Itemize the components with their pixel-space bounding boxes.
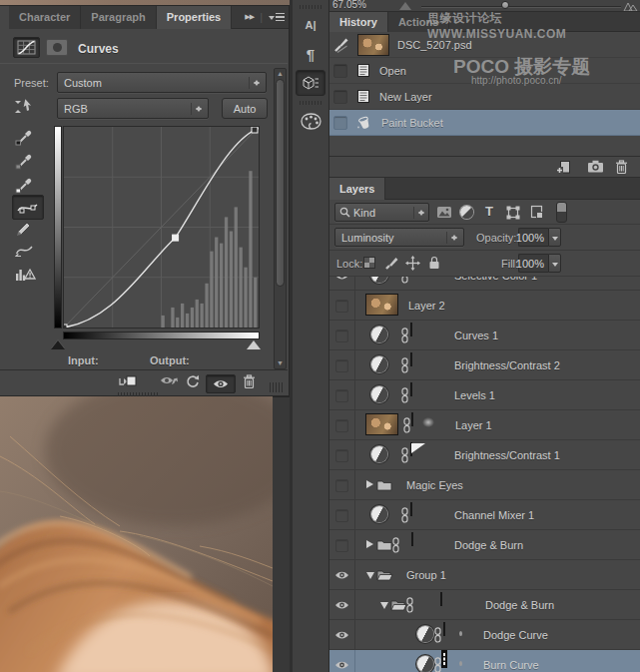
layer-row-dodge-curve[interactable]: Dodge Curve	[329, 620, 640, 650]
opacity-dropdown-button[interactable]	[548, 228, 561, 247]
tab-layers[interactable]: Layers	[329, 178, 385, 200]
shape-layer-filter-icon[interactable]	[506, 206, 520, 220]
reset-adjustment-button[interactable]	[185, 374, 200, 388]
black-point-eyedropper-icon[interactable]	[15, 127, 35, 146]
history-source-checkbox[interactable]	[333, 116, 347, 130]
group-expander-icon[interactable]	[380, 602, 388, 609]
draw-curve-pencil-icon[interactable]	[15, 221, 32, 238]
zoom-in-mountain-icon[interactable]	[623, 1, 638, 11]
layer-visibility-toggle[interactable]	[329, 440, 355, 470]
layer-visibility-toggle[interactable]	[329, 277, 355, 291]
layer-mask-thumbnail[interactable]	[443, 652, 445, 666]
link-mask-icon[interactable]	[400, 447, 409, 463]
delete-adjustment-button[interactable]	[243, 374, 256, 389]
layer-mask-thumbnail[interactable]	[411, 532, 413, 546]
tab-paragraph[interactable]: Paragraph	[81, 6, 156, 29]
layer-row-selective-color-1[interactable]: Selective Color 1	[329, 277, 640, 291]
history-state-row[interactable]: New Layer	[329, 84, 640, 110]
white-point-slider[interactable]	[247, 340, 261, 349]
properties-scrollbar[interactable]: ▲ ▼	[274, 68, 287, 369]
adjustment-layer-icon[interactable]	[371, 356, 387, 372]
edit-curve-points-button[interactable]	[12, 195, 44, 220]
zoom-slider[interactable]	[421, 6, 621, 8]
fill-value[interactable]: 100%	[518, 254, 548, 273]
zoom-out-mountain-icon[interactable]	[399, 2, 411, 10]
layer-visibility-toggle[interactable]	[329, 530, 355, 560]
properties-panel-icon[interactable]	[296, 70, 325, 96]
lock-transparency-icon[interactable]	[363, 257, 375, 269]
group-expander-icon[interactable]	[366, 480, 373, 488]
layer-row-brightness-contrast-2[interactable]: Brightness/Contrast 2	[329, 350, 640, 380]
lock-pixels-icon[interactable]	[384, 256, 399, 271]
layer-mask-thumbnail[interactable]	[411, 412, 413, 426]
zoom-slider-knob[interactable]	[501, 1, 509, 9]
tab-properties[interactable]: Properties	[157, 6, 232, 29]
history-state-row[interactable]: Open	[329, 58, 640, 84]
layer-visibility-toggle[interactable]	[329, 620, 355, 650]
tab-actions[interactable]: Actions	[388, 12, 449, 32]
auto-button[interactable]: Auto	[222, 98, 268, 119]
layer-thumbnail[interactable]	[365, 294, 398, 316]
history-snapshot-row[interactable]: DSC_5207.psd	[329, 32, 640, 58]
lock-position-icon[interactable]	[405, 256, 420, 271]
layer-mask-thumbnail[interactable]	[440, 592, 442, 606]
layer-row-dodge-burn[interactable]: Dodge & Burn	[329, 590, 640, 620]
layer-visibility-toggle[interactable]	[329, 590, 355, 620]
targeted-adjustment-tool-icon[interactable]	[15, 97, 37, 117]
layer-row-dodge-burn[interactable]: Dodge & Burn	[329, 530, 640, 560]
character-panel-icon[interactable]: A|	[296, 12, 325, 38]
adjustment-layer-icon[interactable]	[371, 277, 387, 283]
history-brush-icon[interactable]	[333, 37, 349, 53]
collapse-panel-icon[interactable]: ▶▶	[245, 13, 254, 21]
layer-visibility-toggle[interactable]	[329, 321, 355, 350]
new-snapshot-button[interactable]	[587, 160, 604, 175]
blend-mode-select[interactable]: Luminosity	[334, 228, 464, 247]
white-point-eyedropper-icon[interactable]	[15, 175, 35, 194]
layer-row-levels-1[interactable]: Levels 1	[329, 380, 640, 410]
scrollbar-thumb[interactable]	[276, 79, 285, 287]
adjustment-layer-icon[interactable]	[371, 386, 387, 402]
adjustment-layer-icon[interactable]	[371, 327, 387, 342]
link-mask-icon[interactable]	[400, 357, 409, 373]
layer-visibility-toggle[interactable]	[329, 560, 355, 590]
history-source-checkbox[interactable]	[333, 90, 347, 104]
layer-row-burn-curve[interactable]: Burn Curve	[329, 650, 640, 672]
swatches-panel-icon[interactable]	[296, 108, 325, 134]
adjustment-layer-icon[interactable]	[371, 506, 387, 522]
layer-mask-thumbnail[interactable]	[410, 323, 412, 336]
history-source-checkbox[interactable]	[333, 64, 347, 78]
tab-character[interactable]: Character	[9, 6, 81, 29]
layer-mask-thumbnail[interactable]	[410, 352, 412, 366]
dock-grip[interactable]	[300, 101, 321, 105]
histogram-refresh-warning-icon[interactable]	[15, 266, 36, 282]
layer-thumbnail[interactable]	[365, 413, 398, 435]
layer-mask-thumbnail[interactable]	[443, 622, 445, 636]
layer-row-magic-eyes[interactable]: Magic Eyes	[329, 470, 640, 500]
group-expander-icon[interactable]	[366, 540, 373, 548]
layer-visibility-toggle[interactable]	[329, 500, 355, 530]
layer-mask-thumbnail[interactable]	[410, 382, 412, 396]
dock-grip[interactable]	[300, 5, 321, 9]
zoom-value[interactable]: 67.05%	[332, 0, 366, 10]
new-document-from-state-button[interactable]	[555, 160, 572, 177]
curves-graph[interactable]	[63, 126, 260, 329]
group-folder-icon[interactable]	[376, 479, 392, 491]
view-previous-state-button[interactable]	[158, 374, 178, 387]
layer-mask-thumbnail[interactable]	[410, 442, 412, 456]
layer-row-group-1[interactable]: Group 1	[329, 560, 640, 590]
mask-badge-icon[interactable]	[46, 39, 68, 56]
clip-to-layer-button[interactable]	[118, 374, 138, 389]
tab-history[interactable]: History	[329, 12, 388, 32]
smart-object-filter-icon[interactable]	[530, 205, 543, 219]
layer-visibility-toggle[interactable]	[329, 650, 355, 672]
filter-type-layers-icon[interactable]: T	[485, 204, 493, 219]
link-mask-icon[interactable]	[400, 328, 409, 343]
layer-row-brightness-contrast-1[interactable]: Brightness/Contrast 1	[329, 440, 640, 470]
adjustment-layer-icon[interactable]	[417, 656, 433, 672]
link-mask-icon[interactable]	[400, 507, 409, 523]
group-expander-icon[interactable]	[366, 572, 374, 579]
pixel-layer-filter-icon[interactable]	[436, 206, 452, 219]
layer-visibility-toggle[interactable]	[329, 470, 355, 500]
layer-mask-thumbnail[interactable]	[410, 502, 412, 516]
link-mask-icon[interactable]	[391, 537, 400, 553]
